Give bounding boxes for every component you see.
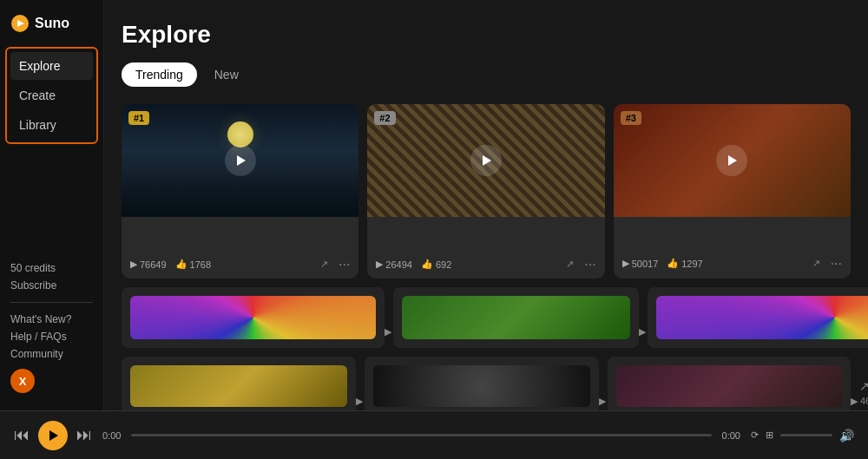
play-count-2: 26494 <box>385 259 412 270</box>
song-actions-9: ↗ ··· <box>859 365 868 407</box>
featured-rank-3: #3 <box>621 111 641 125</box>
featured-bg-3: #3 <box>614 104 851 217</box>
main-nav: Explore Create Library <box>5 47 98 144</box>
featured-rank-2: #2 <box>374 111 395 125</box>
featured-play-3[interactable] <box>716 145 747 176</box>
song-thumb-9 <box>616 365 842 407</box>
likes-1: 👍 1768 <box>175 259 211 270</box>
community-link[interactable]: Community <box>10 348 93 360</box>
share-icon-2[interactable]: ↗ <box>566 259 574 270</box>
featured-info-3: Whisky, Beer, and Swing. irish folk, ele… <box>614 217 851 257</box>
songs-grid-row3: Губит людей не пиво Russian chanson pub … <box>122 357 851 410</box>
more-icon-2[interactable]: ··· <box>584 258 595 272</box>
play-triangle-icon <box>49 430 58 441</box>
plays-3: ▶ 50017 <box>622 258 659 269</box>
tab-trending[interactable]: Trending <box>122 62 197 87</box>
player-right: ⟳ ⊞ 🔊 <box>751 429 854 443</box>
song-thumb-6 <box>656 296 868 339</box>
song-thumb-7 <box>130 365 347 407</box>
sidebar-divider <box>10 302 93 303</box>
song-thumb-8 <box>373 365 590 407</box>
likes-2: 👍 692 <box>421 259 451 270</box>
song-card-7[interactable]: Губит людей не пиво Russian chanson pub … <box>122 357 356 410</box>
whats-new-link[interactable]: What's New? <box>10 313 93 325</box>
songs-grid-row2: Наша Русь! Drum and bass, slavic folk, f… <box>122 287 851 348</box>
like-count-3: 1297 <box>681 259 702 269</box>
sidebar-bottom: 50 credits Subscribe What's New? Help / … <box>0 255 103 400</box>
like-icon-1: 👍 <box>175 259 187 270</box>
app-logo: Suno <box>0 10 103 47</box>
player-time-end: 0:00 <box>722 430 740 441</box>
play-stat-icon-1: ▶ <box>130 259 137 270</box>
play-stat-icon-2: ▶ <box>376 259 383 270</box>
featured-stats-2: ▶ 26494 👍 692 ↗ ··· <box>367 258 604 279</box>
like-icon-2: 👍 <box>421 259 433 270</box>
song-card-4[interactable]: Наша Русь! Drum and bass, slavic folk, f… <box>122 287 385 348</box>
featured-card-3[interactable]: #3 Whisky, Beer, and Swing. irish folk, … <box>614 104 851 279</box>
tab-new[interactable]: New <box>201 62 253 87</box>
play-icon-3 <box>728 155 737 166</box>
plays-1: ▶ 76649 <box>130 259 167 270</box>
main-content: Explore Trending New #1 Спокойной н <box>104 0 868 410</box>
featured-info-1: Спокойной ночи, малыши symphonic black m… <box>122 217 358 258</box>
tab-bar: Trending New <box>122 62 851 87</box>
song-card-5[interactable]: Eat Your Veggies! 🥦🌽🍆🌿🥦🫑 deep house, fem… <box>393 287 638 348</box>
like-count-2: 692 <box>436 259 451 270</box>
featured-actions-3: ↗ ··· <box>812 257 842 271</box>
featured-actions-2: ↗ ··· <box>566 258 595 272</box>
featured-bg-2: #2 <box>367 104 604 217</box>
sidebar-item-library[interactable]: Library <box>10 111 93 139</box>
subscribe-button[interactable]: Subscribe <box>10 279 93 292</box>
extra-icon[interactable]: ⊞ <box>766 429 773 441</box>
featured-actions-1: ↗ ··· <box>320 258 350 272</box>
play-icon-2 <box>483 155 491 166</box>
avatar[interactable]: X <box>10 369 35 393</box>
play-count-1: 76649 <box>140 259 167 270</box>
like-count-1: 1768 <box>190 259 211 270</box>
share-icon-3[interactable]: ↗ <box>812 258 820 269</box>
song-thumb-4 <box>130 296 376 339</box>
app-name: Suno <box>35 16 69 31</box>
player-controls: ⏮ ⏭ <box>14 421 92 450</box>
featured-card-1[interactable]: #1 Спокойной ночи, малыши symphonic blac… <box>122 104 358 279</box>
featured-grid: #1 Спокойной ночи, малыши symphonic blac… <box>122 104 851 279</box>
sidebar: Suno Explore Create Library 50 credits S… <box>0 0 104 410</box>
player-progress-bar[interactable] <box>131 434 711 436</box>
more-icon-1[interactable]: ··· <box>339 258 350 272</box>
featured-rank-1: #1 <box>128 111 149 125</box>
player-time-start: 0:00 <box>102 430 121 441</box>
featured-info-2: Все татары, кроме Я. Oriental Arabic mus… <box>367 217 604 258</box>
play-button[interactable] <box>38 421 68 450</box>
featured-stats-1: ▶ 76649 👍 1768 ↗ ··· <box>122 258 358 279</box>
song-card-8[interactable]: Идиот post punk, russian lyrics, female … <box>365 357 599 410</box>
song-card-9[interactable]: Только кушать охота порой Impressionist … <box>608 357 851 410</box>
prev-button[interactable]: ⏮ <box>14 426 30 444</box>
likes-3: 👍 1297 <box>667 258 702 269</box>
featured-play-2[interactable] <box>470 145 502 176</box>
share-9[interactable]: ↗ <box>859 379 868 393</box>
page-title: Explore <box>122 21 851 49</box>
like-icon-3: 👍 <box>667 258 679 269</box>
help-faqs-link[interactable]: Help / FAQs <box>10 331 93 343</box>
credits-label: 50 credits <box>10 262 93 274</box>
sidebar-item-explore[interactable]: Explore <box>10 52 93 80</box>
volume-icon[interactable]: 🔊 <box>839 429 854 443</box>
plays-2: ▶ 26494 <box>376 259 412 270</box>
song-thumb-5 <box>402 296 629 339</box>
play-count-3: 50017 <box>632 259 659 269</box>
featured-stats-3: ▶ 50017 👍 1297 ↗ ··· <box>614 257 851 278</box>
more-icon-3[interactable]: ··· <box>831 257 842 271</box>
loop-icon[interactable]: ⟳ <box>751 429 759 441</box>
next-button[interactable]: ⏭ <box>76 426 92 444</box>
suno-logo-icon <box>10 14 30 33</box>
play-stat-icon-3: ▶ <box>622 258 629 269</box>
sidebar-item-create[interactable]: Create <box>10 82 93 109</box>
featured-bg-1: #1 <box>122 104 358 217</box>
song-card-6[interactable]: あ～あ～あ!!!! Miku voice, spieck fast, Vocal… <box>648 287 868 348</box>
play-icon-1 <box>237 155 246 166</box>
share-icon-1[interactable]: ↗ <box>320 259 328 270</box>
player-bar: ⏮ ⏭ 0:00 0:00 ⟳ ⊞ 🔊 <box>0 410 868 459</box>
featured-card-2[interactable]: #2 Все татары, кроме Я. Oriental Arabic … <box>367 104 604 279</box>
volume-bar[interactable] <box>780 434 832 436</box>
featured-play-1[interactable] <box>225 145 256 176</box>
